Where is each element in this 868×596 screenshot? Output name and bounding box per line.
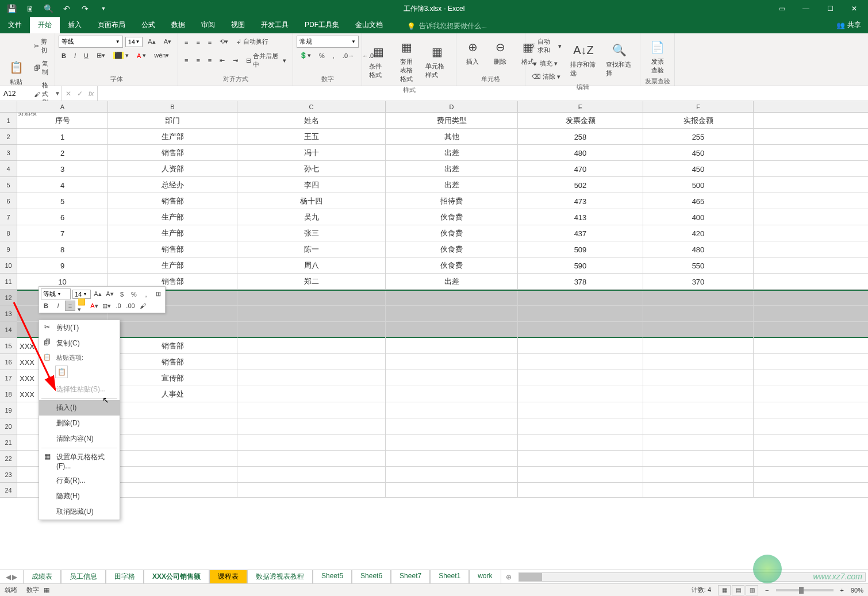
zoom-level[interactable]: 90% bbox=[851, 587, 863, 594]
row-header[interactable]: 10 bbox=[0, 257, 17, 274]
cell[interactable] bbox=[237, 338, 386, 354]
cell[interactable]: 冯十 bbox=[237, 145, 386, 161]
cell[interactable] bbox=[386, 451, 518, 467]
row-header[interactable]: 5 bbox=[0, 177, 17, 193]
row-header[interactable]: 2 bbox=[0, 129, 17, 145]
cell[interactable]: 9 bbox=[17, 257, 108, 274]
cell[interactable]: 4 bbox=[17, 177, 108, 193]
cell[interactable] bbox=[518, 483, 643, 498]
mini-font-combo[interactable]: 等线▾ bbox=[41, 289, 71, 299]
row-header[interactable]: 6 bbox=[0, 193, 17, 209]
cell[interactable] bbox=[237, 418, 386, 434]
fx-icon[interactable]: fx bbox=[89, 90, 94, 98]
cell[interactable]: 6 bbox=[17, 209, 108, 225]
qat-dropdown-icon[interactable]: ▼ bbox=[97, 2, 110, 16]
sheet-tab[interactable]: 员工信息 bbox=[61, 570, 106, 585]
ctx-unhide[interactable]: 取消隐藏(U) bbox=[39, 504, 120, 520]
decrease-font-button[interactable]: A▾ bbox=[161, 36, 174, 47]
cell[interactable] bbox=[386, 402, 518, 418]
cell[interactable] bbox=[643, 418, 754, 434]
cell[interactable] bbox=[643, 370, 754, 386]
cell[interactable] bbox=[108, 418, 237, 434]
inc-decimal-button[interactable]: .0→ bbox=[340, 51, 357, 61]
row-header[interactable]: 20 bbox=[0, 418, 17, 434]
sheet-tab[interactable]: Sheet5 bbox=[313, 570, 352, 585]
cell[interactable]: 480 bbox=[518, 145, 643, 161]
col-header-E[interactable]: E bbox=[518, 101, 643, 112]
zoom-in-button[interactable]: + bbox=[840, 587, 844, 594]
tab-pdf[interactable]: PDF工具集 bbox=[297, 17, 347, 33]
cell[interactable] bbox=[518, 370, 643, 386]
align-left-button[interactable]: ≡ bbox=[182, 55, 191, 66]
cell[interactable] bbox=[643, 402, 754, 418]
cell[interactable]: 3 bbox=[17, 161, 108, 177]
table-row[interactable]: 5销售部杨十四招待费473465 bbox=[17, 193, 868, 209]
row-header[interactable]: 17 bbox=[0, 370, 17, 386]
ribbon-display-icon[interactable]: ▭ bbox=[770, 1, 793, 17]
row-header[interactable]: 16 bbox=[0, 354, 17, 370]
table-row[interactable] bbox=[17, 402, 868, 418]
mini-center-button[interactable]: ≡ bbox=[65, 301, 75, 311]
cell[interactable]: 销售部 bbox=[108, 338, 237, 354]
ctx-paste-special[interactable]: 选择性粘贴(S)... bbox=[39, 382, 120, 397]
save-icon[interactable]: 💾 bbox=[5, 2, 18, 16]
font-color-button[interactable]: A▾ bbox=[134, 50, 149, 61]
mini-comma-button[interactable]: , bbox=[141, 289, 151, 299]
row-header[interactable]: 18 bbox=[0, 386, 17, 402]
share-button[interactable]: 👥 共享 bbox=[829, 17, 868, 33]
cell[interactable]: 伙食费 bbox=[386, 241, 518, 257]
mini-bold-button[interactable]: B bbox=[41, 301, 51, 311]
cell[interactable]: 480 bbox=[643, 241, 754, 257]
cell[interactable]: 人资部 bbox=[108, 161, 237, 177]
mini-inc-dec-button[interactable]: .0 bbox=[113, 301, 124, 311]
table-row[interactable] bbox=[17, 451, 868, 467]
cell[interactable]: 258 bbox=[518, 129, 643, 145]
cell[interactable]: 378 bbox=[518, 274, 643, 290]
sheet-tab[interactable]: 数据透视表教程 bbox=[247, 570, 313, 585]
select-all-corner[interactable] bbox=[0, 101, 17, 113]
italic-button[interactable]: I bbox=[71, 51, 79, 61]
cell[interactable] bbox=[518, 354, 643, 370]
row-header[interactable]: 15 bbox=[0, 338, 17, 354]
mini-percent-button[interactable]: % bbox=[129, 289, 139, 299]
mini-inc-font-button[interactable]: A▴ bbox=[93, 289, 103, 299]
number-format-combo[interactable]: 常规▼ bbox=[297, 36, 359, 48]
cell[interactable]: 销售部 bbox=[108, 354, 237, 370]
invoice-check-button[interactable]: 📄发票 查验 bbox=[644, 36, 671, 77]
align-right-button[interactable]: ≡ bbox=[205, 55, 214, 66]
mini-dec-dec-button[interactable]: .00 bbox=[125, 301, 136, 311]
cell[interactable]: 437 bbox=[518, 225, 643, 241]
cell[interactable]: 陈一 bbox=[237, 241, 386, 257]
cell[interactable]: 450 bbox=[643, 161, 754, 177]
table-row[interactable]: 7生产部张三伙食费437420 bbox=[17, 225, 868, 241]
cell[interactable]: 费用类型 bbox=[386, 113, 518, 129]
ctx-format-cells[interactable]: ▦设置单元格格式(F)... bbox=[39, 449, 120, 473]
mini-border-button[interactable]: ⊞ bbox=[153, 289, 163, 299]
mini-painter-button[interactable]: 🖌 bbox=[137, 301, 148, 311]
cell[interactable]: 502 bbox=[518, 177, 643, 193]
table-row[interactable] bbox=[17, 434, 868, 451]
view-normal-button[interactable]: ▦ bbox=[718, 585, 731, 595]
cell[interactable] bbox=[386, 418, 518, 434]
table-row[interactable]: 8销售部陈一伙食费509480 bbox=[17, 241, 868, 257]
find-select-button[interactable]: 🔍查找和选择 bbox=[602, 39, 636, 80]
align-center-button[interactable]: ≡ bbox=[193, 55, 202, 66]
cell[interactable]: 杨十四 bbox=[237, 193, 386, 209]
cell[interactable] bbox=[386, 354, 518, 370]
cell[interactable]: 出差 bbox=[386, 177, 518, 193]
cell[interactable]: 吴九 bbox=[237, 209, 386, 225]
cut-button[interactable]: ✂剪切 bbox=[31, 36, 51, 56]
cell[interactable]: 出差 bbox=[386, 274, 518, 290]
cell[interactable]: 张三 bbox=[237, 225, 386, 241]
cell[interactable] bbox=[386, 483, 518, 498]
cell[interactable] bbox=[108, 483, 237, 498]
cell[interactable]: 420 bbox=[643, 225, 754, 241]
cell[interactable] bbox=[643, 338, 754, 354]
confirm-formula-icon[interactable]: ✓ bbox=[77, 90, 83, 98]
clear-button[interactable]: ⌫清除▾ bbox=[529, 71, 564, 83]
cell[interactable] bbox=[386, 338, 518, 354]
cell[interactable] bbox=[386, 370, 518, 386]
percent-button[interactable]: % bbox=[316, 51, 328, 61]
table-row[interactable] bbox=[17, 322, 868, 338]
font-name-combo[interactable]: 等线▼ bbox=[59, 36, 123, 48]
